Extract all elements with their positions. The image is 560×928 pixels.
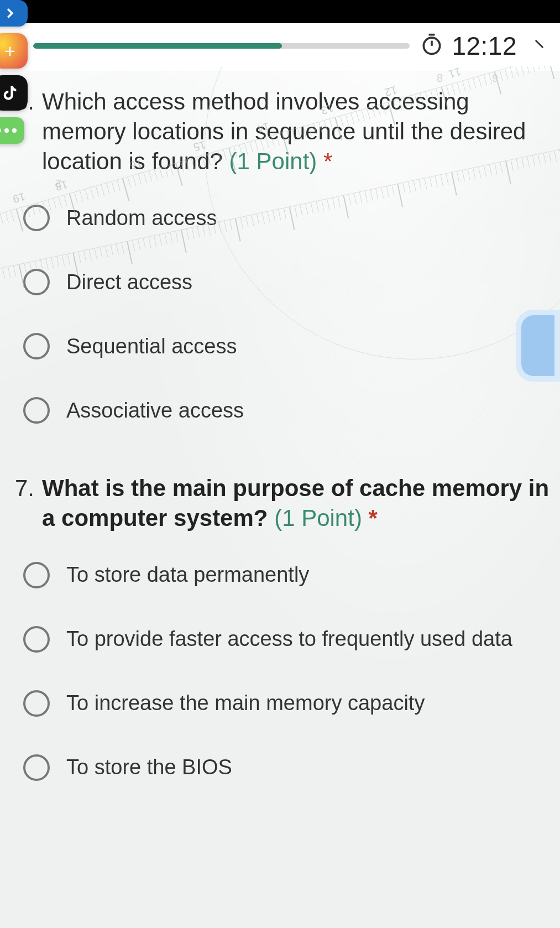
progress-fill bbox=[33, 43, 282, 49]
side-handle[interactable] bbox=[516, 310, 560, 382]
option-label: Associative access bbox=[66, 399, 244, 423]
option-2[interactable]: To provide faster access to frequently u… bbox=[8, 626, 552, 653]
timer-value: 12:12 bbox=[452, 31, 517, 61]
required-mark: * bbox=[323, 148, 332, 174]
quiz-header: 12:12 bbox=[0, 23, 560, 71]
stopwatch-icon bbox=[420, 33, 444, 59]
radio-icon[interactable] bbox=[23, 269, 50, 295]
question-number: 7. bbox=[8, 473, 34, 533]
radio-icon[interactable] bbox=[23, 397, 50, 424]
option-label: To increase the main memory capacity bbox=[66, 691, 425, 715]
status-bar bbox=[0, 0, 560, 23]
radio-icon[interactable] bbox=[23, 754, 50, 781]
radio-icon[interactable] bbox=[23, 626, 50, 653]
radio-icon[interactable] bbox=[23, 690, 50, 717]
question-6: 6.Which access method involves accessing… bbox=[8, 87, 552, 424]
timer: 12:12 bbox=[420, 31, 517, 61]
question-number: 6. bbox=[8, 87, 34, 176]
svg-line-3 bbox=[536, 41, 543, 48]
option-label: Sequential access bbox=[66, 335, 237, 358]
option-1[interactable]: To store data permanently bbox=[8, 562, 552, 588]
radio-icon[interactable] bbox=[23, 562, 50, 588]
option-1[interactable]: Random access bbox=[8, 205, 552, 231]
option-4[interactable]: To store the BIOS bbox=[8, 754, 552, 781]
option-label: Direct access bbox=[66, 270, 192, 294]
required-mark: * bbox=[369, 505, 378, 531]
option-4[interactable]: Associative access bbox=[8, 397, 552, 424]
points-label: (1 Point) bbox=[229, 148, 317, 174]
points-label: (1 Point) bbox=[274, 505, 362, 531]
next-button[interactable] bbox=[527, 38, 549, 54]
option-label: To provide faster access to frequently u… bbox=[66, 627, 512, 651]
option-2[interactable]: Direct access bbox=[8, 269, 552, 295]
option-label: To store the BIOS bbox=[66, 755, 232, 779]
radio-icon[interactable] bbox=[23, 333, 50, 359]
questions-container: 6.Which access method involves accessing… bbox=[0, 71, 560, 781]
question-7: 7.What is the main purpose of cache memo… bbox=[8, 473, 552, 781]
option-label: Random access bbox=[66, 206, 217, 230]
question-text: Which access method involves accessing m… bbox=[42, 87, 552, 176]
question-text: What is the main purpose of cache memory… bbox=[42, 473, 552, 533]
radio-icon[interactable] bbox=[23, 205, 50, 231]
progress-bar bbox=[33, 43, 410, 49]
option-3[interactable]: Sequential access bbox=[8, 333, 552, 359]
option-3[interactable]: To increase the main memory capacity bbox=[8, 690, 552, 717]
option-label: To store data permanently bbox=[66, 563, 309, 587]
